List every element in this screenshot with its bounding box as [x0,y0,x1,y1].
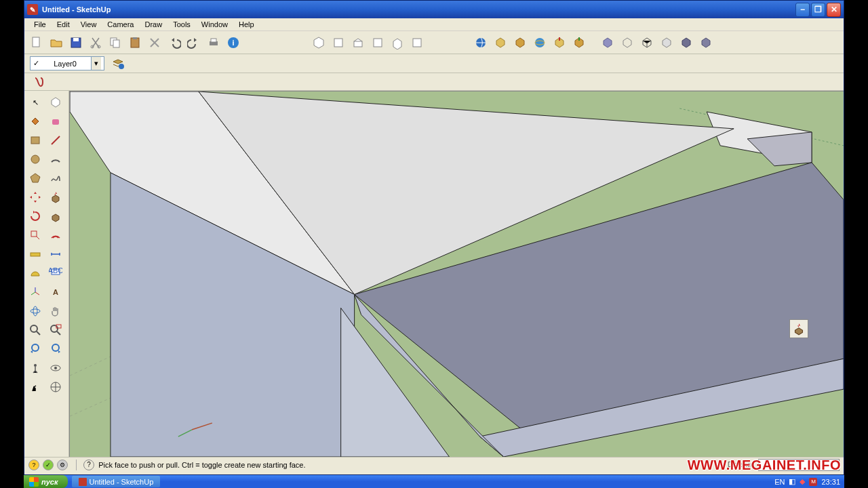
pushpull-tool[interactable] [46,188,65,206]
svg-rect-10 [211,39,216,42]
menu-camera[interactable]: Camera [102,19,139,30]
menu-edit[interactable]: Edit [52,19,75,30]
look-around-tool[interactable] [46,359,65,377]
3d-warehouse-button[interactable] [511,33,530,52]
print-button[interactable] [204,33,223,52]
protractor-tool[interactable] [26,264,45,282]
maximize-button[interactable]: ❐ [811,3,825,17]
status-icon-2[interactable]: ✓ [43,460,54,470]
position-camera-tool[interactable] [26,359,45,377]
wireframe-button[interactable] [637,33,656,52]
close-button[interactable]: ✕ [827,3,841,17]
3d-viewport[interactable] [69,91,844,457]
dimension-tool[interactable] [46,245,65,263]
make-component-tool[interactable] [46,94,65,111]
tape-measure-tool[interactable] [26,245,45,263]
select-tool[interactable]: ↖ [26,94,45,111]
top-view-button[interactable] [349,33,368,52]
iso-view-button[interactable] [309,33,328,52]
svg-rect-2 [73,38,79,41]
freehand-tool[interactable] [46,169,65,187]
menu-draw[interactable]: Draw [139,19,167,30]
copy-button[interactable] [106,33,125,52]
eraser-tool[interactable] [46,113,65,130]
cut-button[interactable] [86,33,105,52]
move-tool[interactable] [26,188,45,206]
followme-tool[interactable] [46,207,65,225]
next-view-tool[interactable] [46,340,65,358]
clock[interactable]: 23:31 [821,478,840,486]
front-view-button[interactable] [329,33,348,52]
language-indicator[interactable]: EN [774,478,785,486]
menu-view[interactable]: View [75,19,102,30]
status-icon-1[interactable]: ? [28,460,39,470]
plugin-button[interactable] [30,73,49,92]
windows-logo-icon [29,477,39,487]
system-tray: EN ◧ ◆ M 23:31 [770,477,844,486]
left-view-button[interactable] [408,33,427,52]
layer-dropdown[interactable]: ✓ Layer0 ▾ [30,56,104,70]
menu-file[interactable]: File [28,19,52,30]
help-hint-icon[interactable]: ? [83,460,94,470]
shaded-button[interactable] [677,33,696,52]
line-tool[interactable] [46,131,65,149]
right-view-button[interactable] [368,33,387,52]
new-file-button[interactable] [27,33,46,52]
tray-icon-2[interactable]: ◆ [800,477,805,486]
standard-toolbar: i [24,31,844,54]
share-model-button[interactable] [491,33,510,52]
section-plane-tool[interactable] [46,378,65,396]
walk-tool[interactable] [26,378,45,396]
menubar: File Edit View Camera Draw Tools Window … [24,18,844,31]
undo-button[interactable] [165,33,184,52]
paste-button[interactable] [125,33,144,52]
open-file-button[interactable] [47,33,66,52]
rotate-tool[interactable] [26,207,45,225]
circle-tool[interactable] [26,150,45,168]
preview-ge-button[interactable] [570,33,589,52]
menu-window[interactable]: Window [196,19,233,30]
arc-tool[interactable] [46,150,65,168]
place-model-button[interactable] [550,33,569,52]
scale-tool[interactable] [26,226,45,244]
layer-current-label: Layer0 [54,60,77,68]
previous-view-tool[interactable] [26,340,45,358]
offset-tool[interactable] [46,226,65,244]
shaded-textures-button[interactable] [696,33,715,52]
menu-help[interactable]: Help [233,19,260,30]
xray-button[interactable] [598,33,617,52]
rectangle-tool[interactable] [26,131,45,149]
hidden-line-button[interactable] [657,33,676,52]
pan-tool[interactable] [46,302,65,320]
svg-text:A: A [53,288,58,296]
3dtext-tool[interactable]: A [46,283,65,301]
text-tool[interactable]: ABC [46,264,65,282]
model-info-button[interactable]: i [224,33,243,52]
paint-bucket-tool[interactable] [26,113,45,130]
google-earth-button[interactable] [530,33,549,52]
get-models-button[interactable] [471,33,490,52]
orbit-tool[interactable] [26,302,45,320]
zoom-tool[interactable] [26,321,45,339]
status-icon-3[interactable]: ⚙ [57,460,68,470]
back-edges-button[interactable] [618,33,637,52]
zoom-window-tool[interactable] [46,321,65,339]
delete-button[interactable] [145,33,164,52]
svg-text:ABC: ABC [49,266,62,274]
menu-tools[interactable]: Tools [167,19,196,30]
polygon-tool[interactable] [26,169,45,187]
windows-taskbar: пуск Untitled - SketchUp EN ◧ ◆ M 23:31 [24,475,844,488]
redo-button[interactable] [184,33,203,52]
save-file-button[interactable] [66,33,85,52]
tray-icon-1[interactable]: ◧ [789,477,795,486]
tray-icon-3[interactable]: M [809,478,817,486]
axes-tool[interactable] [26,283,45,301]
svg-rect-24 [31,231,37,237]
svg-point-23 [31,155,39,163]
layer-manager-button[interactable] [108,54,127,73]
back-view-button[interactable] [388,33,407,52]
minimize-button[interactable]: − [795,3,810,17]
app-window: ✎ Untitled - SketchUp − ❐ ✕ File Edit Vi… [24,0,844,475]
start-button[interactable]: пуск [24,475,68,488]
taskbar-app-item[interactable]: Untitled - SketchUp [72,476,161,487]
